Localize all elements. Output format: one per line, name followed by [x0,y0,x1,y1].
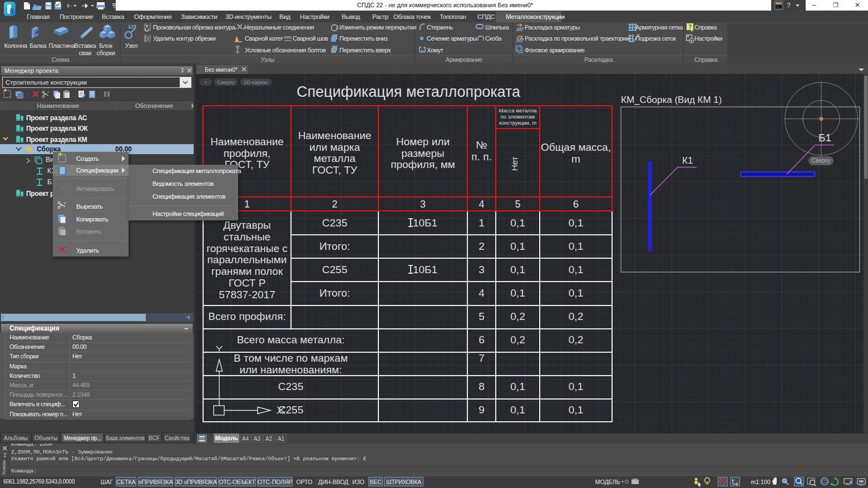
svg-text:?: ? [688,24,692,30]
svg-text:+⊙: +⊙ [621,479,629,485]
svg-text:?: ? [787,2,791,9]
